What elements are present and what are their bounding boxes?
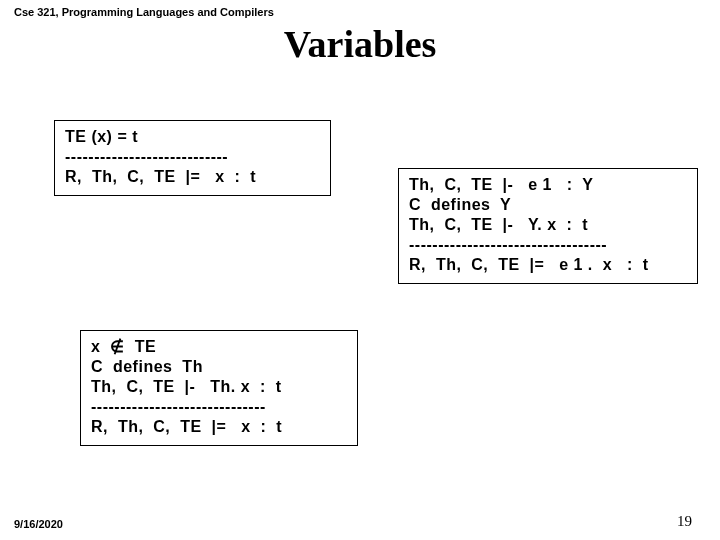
rule3-line4: ------------------------------ (91, 398, 266, 415)
rule2-line5: R, Th, C, TE |= e 1 . x : t (409, 256, 648, 273)
rule2-line1: Th, C, TE |- e 1 : Y (409, 176, 593, 193)
footer-page-number: 19 (677, 513, 692, 530)
rule2-line3: Th, C, TE |- Y. x : t (409, 216, 588, 233)
rule-box-2: Th, C, TE |- e 1 : Y C defines Y Th, C, … (398, 168, 698, 284)
rule-box-1: TE (x) = t ---------------------------- … (54, 120, 331, 196)
slide-title: Variables (0, 22, 720, 66)
rule2-line2: C defines Y (409, 196, 511, 213)
rule3-line3: Th, C, TE |- Th. x : t (91, 378, 282, 395)
rule1-line3: R, Th, C, TE |= x : t (65, 168, 256, 185)
rule1-line2: ---------------------------- (65, 148, 228, 165)
rule3-line2: C defines Th (91, 358, 203, 375)
rule-box-3: x ∉ TE C defines Th Th, C, TE |- Th. x :… (80, 330, 358, 446)
rule2-line4: ---------------------------------- (409, 236, 607, 253)
rule3-line5: R, Th, C, TE |= x : t (91, 418, 282, 435)
course-header: Cse 321, Programming Languages and Compi… (14, 6, 274, 18)
rule3-line1: x ∉ TE (91, 338, 156, 355)
footer-date: 9/16/2020 (14, 518, 63, 530)
rule1-line1: TE (x) = t (65, 128, 138, 145)
